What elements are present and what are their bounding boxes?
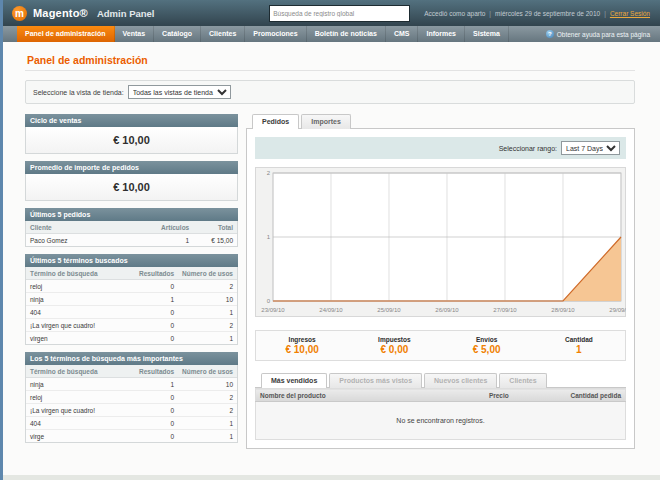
nav-item-promociones[interactable]: Promociones [245, 26, 306, 42]
top-search-terms-table: Término de búsquedaResultadosNúmero de u… [26, 365, 237, 442]
table-cell: ¡La virgen que cuadro! [26, 319, 135, 332]
top-search-terms-panel: Los 5 términos de búsqueda más important… [25, 352, 238, 443]
logout-link[interactable]: Cerrar Sesión [610, 10, 650, 17]
left-column: Ciclo de ventas € 10,00 Promedio de impo… [25, 114, 238, 443]
table-cell: 1 [178, 417, 237, 430]
tab-importes[interactable]: Importes [301, 114, 351, 129]
nav-item-panel-de-administracion[interactable]: Panel de administración [17, 26, 115, 42]
table-cell: 1 [178, 306, 237, 319]
panel-title: Promedio de importe de pedidos [25, 161, 238, 174]
panel-title: Los 5 términos de búsqueda más important… [25, 352, 238, 365]
last-search-terms-panel: Últimos 5 términos buscados Término de b… [25, 254, 238, 345]
stat-value: € 5,00 [441, 344, 533, 355]
nav-item-sistema[interactable]: Sistema [465, 26, 509, 42]
table-cell: Paco Gomez [26, 234, 140, 247]
svg-text:23/09/10: 23/09/10 [261, 307, 285, 313]
stat-label: Impuestos [348, 336, 440, 343]
table-cell: 2 [178, 391, 237, 404]
user-info: Accedió como aparto | miércoles 29 de se… [424, 10, 650, 17]
current-date: miércoles 29 de septiembre de 2010 [495, 10, 600, 17]
svg-text:26/09/10: 26/09/10 [435, 307, 459, 313]
panel-title: Ciclo de ventas [25, 114, 238, 127]
help-icon: ? [546, 30, 554, 38]
panel-title: Últimos 5 pedidos [25, 208, 238, 221]
range-select[interactable]: Last 7 Days [561, 141, 620, 155]
store-view-select[interactable]: Todas las vistas de tienda [128, 85, 231, 99]
nav-item-ventas[interactable]: Ventas [115, 26, 155, 42]
table-cell: ninja [26, 293, 135, 306]
nav-item-catalogo[interactable]: Catálogo [154, 26, 201, 42]
magento-logo-icon: m [12, 6, 27, 21]
totals-row: Ingresos€ 10,00Impuestos€ 0,00Envíos€ 5,… [255, 330, 626, 361]
stat-value: 1 [533, 344, 625, 355]
tab-nuevos-clientes[interactable]: Nuevos clientes [424, 373, 497, 388]
separator: | [604, 10, 606, 17]
table-cell: 0 [135, 430, 178, 443]
brand-name: Magento® [33, 7, 88, 19]
table-cell: virge [26, 430, 135, 443]
last-search-terms-table: Término de búsquedaResultadosNúmero de u… [26, 267, 237, 344]
nav-item-cms[interactable]: CMS [386, 26, 419, 42]
column-header-articulos: Artículos [140, 221, 193, 234]
table-row: 40401 [26, 417, 237, 430]
table-cell: 10 [178, 378, 237, 391]
stat-label: Ingresos [256, 336, 348, 343]
svg-text:27/09/10: 27/09/10 [493, 307, 517, 313]
help-label: Obtener ayuda para esta página [557, 31, 650, 38]
column-header-cantidad-pedida: Cantidad pedida [555, 389, 625, 402]
table-row: ninja110 [26, 378, 237, 391]
separator: | [489, 10, 491, 17]
table-cell: 2 [178, 404, 237, 417]
table-cell: 1 [135, 293, 178, 306]
table-cell: 0 [135, 319, 178, 332]
store-view-label: Seleccione la vista de tienda: [33, 89, 124, 96]
column-header-termino-de-busqueda: Término de búsqueda [26, 267, 135, 280]
column-header-precio: Precio [485, 389, 555, 402]
stat-impuestos: Impuestos€ 0,00 [348, 336, 440, 355]
table-cell: virgen [26, 332, 135, 345]
column-header-numero-de-usos: Número de usos [178, 365, 237, 378]
tab-clientes[interactable]: Clientes [499, 373, 546, 388]
table-cell: ninja [26, 378, 135, 391]
page-title: Panel de administración [25, 48, 635, 71]
stat-envios: Envíos€ 5,00 [441, 336, 533, 355]
dashboard-box: Seleccionar rango: Last 7 Days 23/09/102… [246, 129, 635, 449]
nav-item-clientes[interactable]: Clientes [201, 26, 245, 42]
table-cell: 2 [178, 280, 237, 293]
column-header-cliente: Cliente [26, 221, 140, 234]
help-link[interactable]: ? Obtener ayuda para esta página [546, 26, 660, 42]
content-area: Panel de administración Seleccione la vi… [3, 42, 660, 449]
tab-mas-vendidos[interactable]: Más vendidos [261, 373, 327, 388]
empty-message: No se encontraron registros. [256, 402, 626, 440]
nav-item-informes[interactable]: Informes [418, 26, 465, 42]
svg-text:29/09/10: 29/09/10 [609, 307, 626, 313]
range-label: Seleccionar rango: [499, 145, 557, 152]
nav-items: Panel de administraciónVentasCatálogoCli… [17, 26, 509, 42]
table-cell: 404 [26, 417, 135, 430]
tab-pedidos[interactable]: Pedidos [252, 114, 299, 129]
table-cell: 404 [26, 306, 135, 319]
table-cell: 1 [178, 430, 237, 443]
global-search-input[interactable] [269, 5, 410, 22]
table-row: reloj02 [26, 280, 237, 293]
table-cell: 1 [135, 378, 178, 391]
logged-in-as: Accedió como aparto [424, 10, 485, 17]
table-cell: 0 [135, 306, 178, 319]
store-view-bar: Seleccione la vista de tienda: Todas las… [25, 80, 635, 104]
table-cell: 0 [135, 417, 178, 430]
footer-strip [3, 475, 660, 480]
svg-text:28/09/10: 28/09/10 [551, 307, 575, 313]
lifetime-sales-value: € 10,00 [26, 127, 237, 153]
table-row: virgen01 [26, 332, 237, 345]
column-header-resultados: Resultados [135, 365, 178, 378]
table-cell: 0 [135, 391, 178, 404]
table-row: 40401 [26, 306, 237, 319]
table-row: ¡La virgen que cuadro!02 [26, 404, 237, 417]
table-cell: reloj [26, 391, 135, 404]
table-cell: 2 [178, 319, 237, 332]
table-cell: 10 [178, 293, 237, 306]
column-header-nombre-del-producto: Nombre del producto [256, 389, 485, 402]
tab-productos-mas-vistos[interactable]: Productos más vistos [329, 373, 422, 388]
average-orders-value: € 10,00 [26, 174, 237, 200]
nav-item-boletin-de-noticias[interactable]: Boletín de noticias [307, 26, 386, 42]
